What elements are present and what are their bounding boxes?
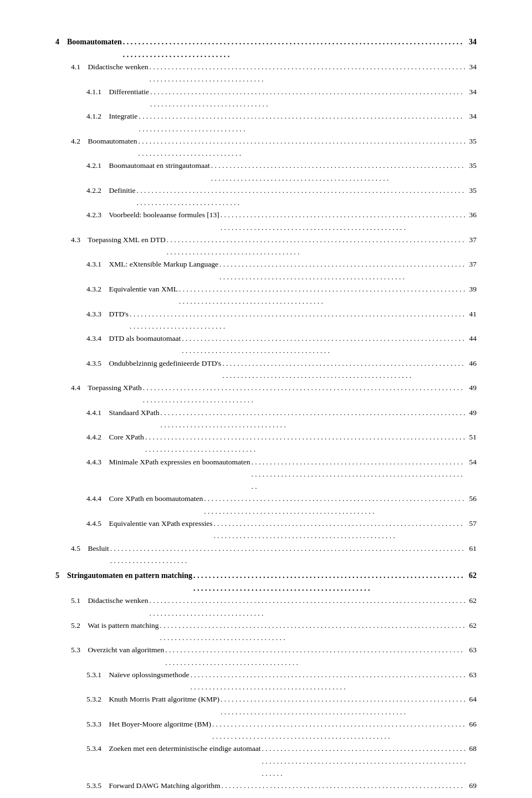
toc-label: 4.3.2 Equivalentie van XML	[86, 283, 178, 295]
toc-label: 4.3.3 DTD's	[86, 308, 129, 320]
toc-page: 39	[469, 283, 477, 295]
toc-dots	[145, 431, 466, 456]
toc-label: 5.1 Didactische wenken	[71, 595, 148, 607]
toc-label: 4.5 Besluit	[71, 543, 109, 555]
toc-page: 63	[469, 669, 477, 681]
toc-label: 5.3.1 Naïeve oplossingsmethode	[86, 669, 190, 681]
toc-entry-s5-3-2: 5.3.2 Knuth Morris Pratt algoritme (KMP)…	[55, 693, 477, 718]
toc-page: 46	[469, 357, 477, 370]
toc-label: 5.3.2 Knuth Morris Pratt algoritme (KMP)	[86, 693, 219, 705]
toc-page: 41	[469, 308, 477, 320]
page: 4 Boomautomaten344.1 Didactische wenken3…	[0, 0, 532, 798]
toc-page: 37	[469, 234, 477, 246]
toc-page: 68	[469, 743, 477, 755]
toc-entry-s4-3-2: 4.3.2 Equivalentie van XML39	[55, 283, 477, 308]
toc-entry-s4-1-1: 4.1.1 Differentiatie34	[55, 86, 477, 111]
toc-page: 54	[469, 456, 477, 468]
toc-page: 62	[469, 569, 477, 582]
toc-dots	[179, 283, 466, 308]
toc-label: 4.2.3 Voorbeeld: booleaanse formules [13…	[86, 209, 219, 221]
toc-label: 4.4.4 Core XPath en boomautomaten	[86, 493, 203, 505]
toc-dots	[110, 543, 466, 567]
toc-label: 4.1.1 Differentiatie	[86, 86, 149, 98]
toc-page: 34	[469, 110, 477, 122]
toc-entry-s4-3-3: 4.3.3 DTD's41	[55, 308, 477, 333]
toc-entry-ch4: 4 Boomautomaten34	[55, 35, 477, 61]
toc-label: 4.4.1 Standaard XPath	[86, 407, 160, 419]
toc-label: 4.1 Didactische wenken	[71, 61, 148, 73]
toc-page: 34	[469, 86, 477, 98]
toc-dots	[143, 382, 466, 407]
toc-page: 51	[469, 431, 477, 443]
toc-label: 5.3 Overzicht van algoritmen	[71, 644, 164, 656]
toc-page: 49	[469, 382, 477, 394]
toc-entry-s4-5: 4.5 Besluit61	[55, 543, 477, 567]
toc-entry-s5-3-5: 5.3.5 Forward DAWG Matching algorithm . …	[55, 780, 477, 798]
toc-dots	[139, 110, 466, 135]
toc-label: 4.2.1 Boomautomaat en stringautomaat	[86, 160, 210, 172]
toc-label: 5.3.5 Forward DAWG Matching algorithm	[86, 780, 221, 792]
toc-label: 4 Boomautomaten	[55, 35, 122, 48]
toc-dots	[139, 135, 466, 160]
toc-entry-s4-4-4: 4.4.4 Core XPath en boomautomaten56	[55, 493, 477, 518]
toc-dots	[191, 669, 466, 694]
toc-entry-s4-2-1: 4.2.1 Boomautomaat en stringautomaat35	[55, 160, 477, 185]
toc-dots: . . . . . . . . . . . . . . . . . . . . …	[222, 780, 466, 798]
toc-entry-s4-2-2: 4.2.2 Definitie35	[55, 185, 477, 209]
toc-dots	[182, 332, 466, 357]
toc-dots	[160, 620, 466, 644]
toc-entry-s4-4-1: 4.4.1 Standaard XPath49	[55, 407, 477, 432]
toc-dots	[136, 185, 466, 209]
toc-dots	[222, 357, 466, 382]
toc-entry-ch5: 5 Stringautomaten en pattern matching62	[55, 569, 477, 595]
toc-label: 4.4 Toepassing XPath	[71, 382, 142, 394]
toc-entry-s4-3-5: 4.3.5 Ondubbelzinnig gedefinieerde DTD's…	[55, 357, 477, 382]
toc-page: 69	[469, 780, 477, 792]
toc-dots	[193, 569, 466, 595]
toc-dots	[262, 743, 466, 780]
toc-entry-s5-3: 5.3 Overzicht van algoritmen63	[55, 644, 477, 669]
toc-page: 35	[469, 135, 477, 147]
toc-entry-s5-3-1: 5.3.1 Naïeve oplossingsmethode63	[55, 669, 477, 694]
toc-label: 5.2 Wat is pattern matching	[71, 620, 158, 632]
toc-entry-s4-3-4: 4.3.4 DTD als boomautomaat44	[55, 332, 477, 357]
toc-dots	[167, 234, 466, 259]
toc-entry-s4-4: 4.4 Toepassing XPath49	[55, 382, 477, 407]
toc-label: 4.4.3 Minimale XPath expressies en booma…	[86, 456, 250, 468]
toc-page: 64	[469, 693, 477, 705]
toc-dots	[214, 518, 466, 543]
toc-label: 4.4.2 Core XPath	[86, 431, 144, 443]
toc-entry-s4-1: 4.1 Didactische wenken34	[55, 61, 477, 86]
toc-page: 62	[469, 620, 477, 632]
toc-label: 4.4.5 Equivalentie van XPath expressies	[86, 518, 213, 530]
toc-dots	[251, 456, 466, 493]
toc-page: 63	[469, 644, 477, 656]
toc-dots	[221, 693, 466, 718]
toc-page: 36	[469, 209, 477, 221]
toc-entry-s5-1: 5.1 Didactische wenken62	[55, 595, 477, 620]
toc-label: 5 Stringautomaten en pattern matching	[55, 569, 192, 582]
toc-page: 34	[469, 35, 477, 48]
toc-entry-s5-3-3: 5.3.3 Het Boyer-Moore algoritme (BM)66	[55, 718, 477, 743]
toc-dots	[123, 35, 466, 61]
toc-dots	[149, 595, 466, 620]
toc-dots	[130, 308, 466, 333]
toc-dots	[221, 209, 466, 234]
toc-entry-s4-2-3: 4.2.3 Voorbeeld: booleaanse formules [13…	[55, 209, 477, 234]
toc-label: 4.3 Toepassing XML en DTD	[71, 234, 166, 246]
toc-page: 35	[469, 160, 477, 172]
toc-label: 5.3.4 Zoeken met een deterministische ei…	[86, 743, 261, 755]
toc-dots	[219, 258, 466, 283]
toc-entry-s4-1-2: 4.1.2 Integratie34	[55, 110, 477, 135]
toc-label: 4.3.1 XML: eXtensible Markup Language	[86, 258, 218, 270]
toc-entry-s4-3: 4.3 Toepassing XML en DTD37	[55, 234, 477, 259]
toc-entry-s5-3-4: 5.3.4 Zoeken met een deterministische ei…	[55, 743, 477, 780]
toc-label: 4.2 Boomautomaten	[71, 135, 137, 147]
toc-page: 37	[469, 258, 477, 270]
toc-entry-s4-4-5: 4.4.5 Equivalentie van XPath expressies5…	[55, 518, 477, 543]
toc-dots	[161, 407, 466, 432]
toc-dots	[150, 86, 466, 111]
toc-container: 4 Boomautomaten344.1 Didactische wenken3…	[55, 35, 477, 798]
toc-dots	[149, 61, 466, 86]
toc-dots	[211, 160, 466, 185]
